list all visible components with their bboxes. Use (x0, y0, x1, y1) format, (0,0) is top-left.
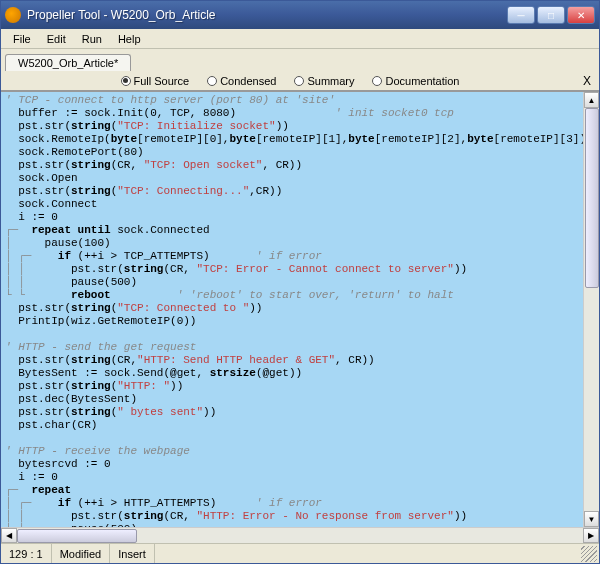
radio-icon (294, 76, 304, 86)
window-title: Propeller Tool - W5200_Orb_Article (27, 8, 507, 22)
radio-icon (372, 76, 382, 86)
radio-icon (121, 76, 131, 86)
view-mode-bar: Full Source Condensed Summary Documentat… (1, 71, 599, 91)
code-editor[interactable]: ' TCP - connect to http server (port 80)… (1, 92, 583, 527)
insert-mode: Insert (110, 544, 155, 563)
document-tabbar: W5200_Orb_Article* (1, 49, 599, 71)
maximize-button[interactable]: □ (537, 6, 565, 24)
scroll-left-button[interactable]: ◀ (1, 528, 17, 543)
view-condensed[interactable]: Condensed (207, 75, 276, 87)
scroll-right-button[interactable]: ▶ (583, 528, 599, 543)
minimize-icon: ─ (517, 10, 524, 21)
app-icon (5, 7, 21, 23)
menu-edit[interactable]: Edit (39, 31, 74, 47)
maximize-icon: □ (548, 10, 554, 21)
view-full-source[interactable]: Full Source (121, 75, 190, 87)
statusbar: 129 : 1 Modified Insert (1, 543, 599, 563)
radio-label: Condensed (220, 75, 276, 87)
modified-indicator: Modified (52, 544, 111, 563)
vertical-scrollbar[interactable]: ▲ ▼ (583, 92, 599, 527)
close-button[interactable]: ✕ (567, 6, 595, 24)
horizontal-scrollbar[interactable]: ◀ ▶ (1, 527, 599, 543)
radio-label: Full Source (134, 75, 190, 87)
chevron-down-icon: ▼ (588, 515, 596, 524)
menubar: File Edit Run Help (1, 29, 599, 49)
resize-grip[interactable] (581, 546, 597, 562)
radio-icon (207, 76, 217, 86)
menu-help[interactable]: Help (110, 31, 149, 47)
titlebar[interactable]: Propeller Tool - W5200_Orb_Article ─ □ ✕ (1, 1, 599, 29)
view-documentation[interactable]: Documentation (372, 75, 459, 87)
close-view-button[interactable]: X (579, 74, 595, 88)
radio-label: Documentation (385, 75, 459, 87)
editor-area: ' TCP - connect to http server (port 80)… (1, 91, 599, 527)
tab-document[interactable]: W5200_Orb_Article* (5, 54, 131, 71)
window-buttons: ─ □ ✕ (507, 6, 595, 24)
view-summary[interactable]: Summary (294, 75, 354, 87)
radio-label: Summary (307, 75, 354, 87)
close-icon: ✕ (577, 10, 585, 21)
scroll-up-button[interactable]: ▲ (584, 92, 599, 108)
app-window: Propeller Tool - W5200_Orb_Article ─ □ ✕… (0, 0, 600, 564)
vertical-scroll-thumb[interactable] (585, 108, 599, 288)
cursor-position: 129 : 1 (1, 544, 52, 563)
chevron-right-icon: ▶ (588, 531, 594, 540)
chevron-left-icon: ◀ (6, 531, 12, 540)
horizontal-scroll-thumb[interactable] (17, 529, 137, 543)
menu-run[interactable]: Run (74, 31, 110, 47)
minimize-button[interactable]: ─ (507, 6, 535, 24)
menu-file[interactable]: File (5, 31, 39, 47)
chevron-up-icon: ▲ (588, 96, 596, 105)
scroll-down-button[interactable]: ▼ (584, 511, 599, 527)
